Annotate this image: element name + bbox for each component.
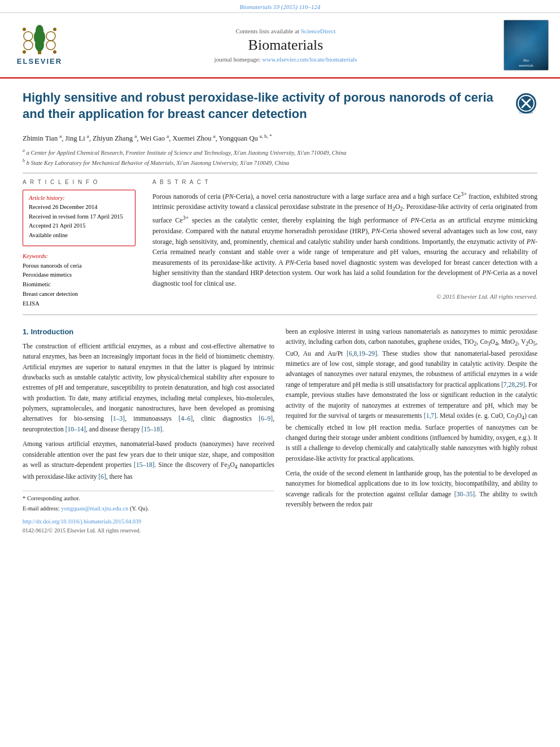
affiliation-a: a a Center for Applied Chemical Research… [23, 147, 537, 157]
abstract-text: Porous nanorods of ceria (PN-Ceria), a n… [152, 190, 537, 289]
body-section: 1. Introduction The construction of effi… [23, 326, 537, 535]
svg-point-8 [23, 28, 26, 31]
homepage-link[interactable]: www.elsevier.com/locate/biomaterials [262, 56, 357, 63]
left-column: A R T I C L E I N F O Article history: R… [23, 179, 135, 309]
corresponding-note: * Corresponding author. [23, 495, 274, 503]
intro-paragraph-2: Among various artificial enzymes, nanoma… [23, 439, 274, 482]
divider-after-abstract [23, 314, 537, 315]
received-date: Received 26 December 2014 [29, 203, 129, 212]
right-para-2: Ceria, the oxide of the second element i… [286, 468, 537, 510]
footnotes: * Corresponding author. E-mail address: … [23, 491, 274, 535]
introduction-heading: 1. Introduction [23, 326, 274, 338]
svg-point-4 [24, 32, 33, 41]
svg-text:CrossMark: CrossMark [519, 111, 533, 114]
ref-15-18[interactable]: [15–18] [142, 426, 162, 433]
body-right-col: been an explosive interest in using vari… [286, 326, 537, 535]
divider-after-affiliations [23, 173, 537, 173]
accepted-date: Accepted 21 April 2015 [29, 222, 129, 230]
article-history-box: Article history: Received 26 December 20… [23, 190, 135, 246]
journal-name: Biomaterials [77, 37, 495, 54]
journal-ref-text: Biomaterials 59 (2015) 116–124 [239, 3, 320, 10]
journal-thumb-inner: Biomaterials [504, 20, 548, 70]
crossmark-badge: CrossMark [515, 92, 537, 117]
ref-6b[interactable]: [6] [98, 473, 106, 480]
ref-6-9[interactable]: [6–9] [259, 415, 273, 422]
svg-point-9 [53, 28, 56, 31]
ref-10-14[interactable]: [10–14] [65, 426, 86, 433]
journal-reference: Biomaterials 59 (2015) 116–124 [0, 0, 560, 13]
ref-15-18b[interactable]: [15–18] [134, 461, 154, 468]
authors-line: Zhimin Tian a, Jing Li a, Zhiyun Zhang a… [23, 132, 537, 144]
copyright-notice: © 2015 Elsevier Ltd. All rights reserved… [152, 293, 537, 300]
ref-1-3[interactable]: [1–3] [111, 415, 125, 422]
revised-date: Received in revised form 17 April 2015 [29, 213, 129, 221]
elsevier-logo: ELSEVIER [11, 25, 68, 65]
svg-point-7 [46, 41, 55, 50]
keyword-2: Peroxidase mimetics [23, 270, 135, 280]
homepage-line: journal homepage: www.elsevier.com/locat… [77, 56, 495, 63]
article-info-label: A R T I C L E I N F O [23, 179, 135, 185]
elsevier-tree-icon [20, 25, 59, 56]
ref-7-28-29[interactable]: [7,28,29] [501, 381, 525, 388]
keyword-3: Biomimetic [23, 280, 135, 290]
journal-header: ELSEVIER Contents lists available at Sci… [0, 13, 560, 78]
keyword-4: Breast cancer detection [23, 290, 135, 299]
elsevier-label: ELSEVIER [17, 57, 62, 65]
email-note: E-mail address: yongquan@mail.xjtu.edu.c… [23, 505, 274, 513]
keywords-label: Keywords: [23, 253, 135, 259]
keyword-5: ELISA [23, 299, 135, 309]
science-direct-link[interactable]: ScienceDirect [301, 28, 336, 34]
keyword-1: Porous nanorods of ceria [23, 261, 135, 271]
doi-link: http://dx.doi.org/10.1016/j.biomaterials… [23, 517, 274, 526]
journal-thumb-label: Biomaterials [519, 58, 533, 68]
ref-4-6[interactable]: [4–6] [178, 415, 193, 422]
affiliation-b: b b State Key Laboratory for Mechanical … [23, 158, 537, 167]
page-wrapper: Biomaterials 59 (2015) 116–124 [0, 0, 560, 747]
svg-point-5 [46, 32, 55, 41]
keywords-section: Keywords: Porous nanorods of ceria Perox… [23, 253, 135, 309]
svg-point-6 [24, 41, 33, 50]
journal-thumbnail: Biomaterials [504, 20, 549, 71]
ref-6-29[interactable]: [6,8,19–29] [347, 350, 377, 357]
online-date: Available online [29, 231, 129, 240]
contents-line: Contents lists available at ScienceDirec… [77, 28, 495, 34]
body-left-col: 1. Introduction The construction of effi… [23, 326, 274, 535]
right-column: A B S T R A C T Porous nanorods of ceria… [152, 179, 537, 309]
journal-center-header: Contents lists available at ScienceDirec… [77, 28, 495, 63]
svg-point-11 [53, 50, 56, 54]
abstract-label: A B S T R A C T [152, 179, 537, 185]
svg-point-10 [23, 50, 26, 54]
article-content: CrossMark Highly sensitive and robust pe… [0, 78, 560, 546]
ref-1-7[interactable]: [1,7] [424, 412, 436, 419]
right-para-1: been an explosive interest in using vari… [286, 326, 537, 464]
article-title: Highly sensitive and robust peroxidase-l… [23, 90, 537, 122]
svg-point-3 [36, 25, 43, 36]
history-label: Article history: [29, 195, 129, 201]
intro-paragraph-1: The construction of efficient artificial… [23, 341, 274, 435]
article-info-abstract: A R T I C L E I N F O Article history: R… [23, 179, 537, 309]
affiliations: a a Center for Applied Chemical Research… [23, 147, 537, 167]
copyright-footer: 0142-9612/© 2015 Elsevier Ltd. All right… [23, 526, 274, 535]
email-link[interactable]: yongquan@mail.xjtu.edu.cn [61, 505, 128, 512]
ref-30-35[interactable]: [30–35] [454, 491, 475, 497]
doi-section: http://dx.doi.org/10.1016/j.biomaterials… [23, 517, 274, 535]
